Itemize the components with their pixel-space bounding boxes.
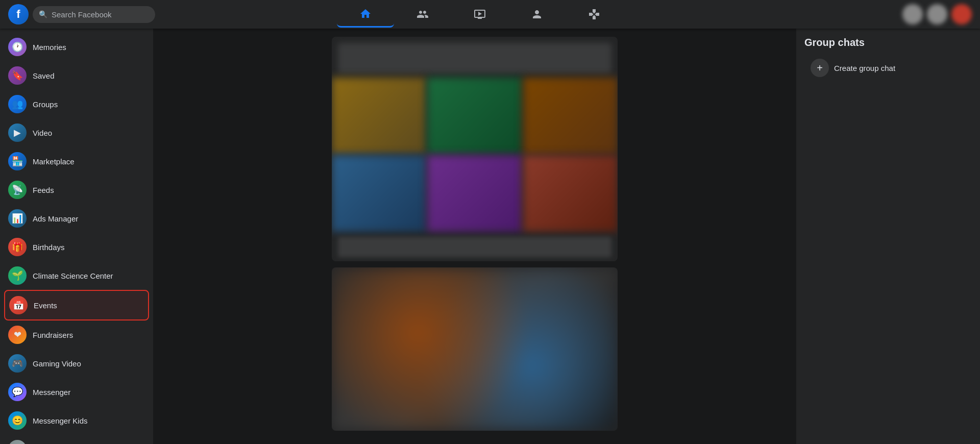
sidebar-item-video[interactable]: ▶Video: [4, 118, 149, 147]
groups-icon: 👥: [8, 95, 27, 113]
avatar-2[interactable]: [927, 4, 947, 24]
topnav-right: [788, 4, 972, 24]
sidebar-item-label-birthdays: Birthdays: [33, 243, 65, 252]
plus-icon: +: [811, 59, 829, 77]
nav-profile[interactable]: [508, 1, 566, 28]
sidebar-item-messenger[interactable]: 💬Messenger: [4, 378, 149, 406]
video-icon: ▶: [8, 124, 27, 142]
orders-icon: ✏: [8, 440, 27, 444]
post-header-blurred: [338, 43, 611, 73]
sidebar-item-label-messengerkids: Messenger Kids: [33, 416, 88, 425]
sidebar-item-ads[interactable]: 📊Ads Manager: [4, 204, 149, 233]
post-grid: [332, 78, 618, 233]
sidebar-item-label-saved: Saved: [33, 71, 55, 80]
nav-watch[interactable]: [451, 1, 508, 28]
climate-icon: 🌱: [8, 266, 27, 285]
sidebar-item-label-gaming-video: Gaming Video: [33, 359, 81, 368]
sidebar-item-label-groups: Groups: [33, 100, 58, 109]
sidebar-item-climate[interactable]: 🌱Climate Science Center: [4, 261, 149, 290]
search-icon: 🔍: [39, 10, 47, 18]
sidebar-item-memories[interactable]: 🕐Memories: [4, 33, 149, 61]
post-image-blurred: [332, 267, 618, 431]
sidebar-item-saved[interactable]: 🔖Saved: [4, 61, 149, 90]
grid-item-4: [332, 155, 426, 232]
sidebar-item-fundraisers[interactable]: ❤Fundraisers: [4, 320, 149, 349]
grid-item-1: [332, 78, 426, 154]
avatar-3[interactable]: [951, 4, 972, 24]
sidebar-item-label-fundraisers: Fundraisers: [33, 331, 73, 339]
sidebar-item-label-messenger: Messenger: [33, 388, 70, 397]
topnav: f 🔍 Search Facebook: [0, 0, 980, 29]
sidebar-item-label-video: Video: [33, 129, 52, 137]
feeds-icon: 📡: [8, 181, 27, 199]
sidebar-item-label-feeds: Feeds: [33, 186, 54, 194]
events-icon: 📅: [9, 296, 28, 314]
sidebar-item-birthdays[interactable]: 🎁Birthdays: [4, 233, 149, 261]
messengerkids-icon: 😊: [8, 411, 27, 430]
sidebar-item-label-ads: Ads Manager: [33, 214, 78, 223]
marketplace-icon: 🏪: [8, 152, 27, 170]
feed-post-2: [332, 267, 618, 431]
saved-icon: 🔖: [8, 66, 27, 85]
memories-icon: 🕐: [8, 38, 27, 56]
grid-item-2: [427, 78, 522, 154]
avatar-1[interactable]: [902, 4, 923, 24]
sidebar-item-label-climate: Climate Science Center: [33, 272, 113, 280]
post-placeholder: [338, 237, 611, 257]
nav-gaming[interactable]: [566, 1, 623, 28]
sidebar-item-label-memories: Memories: [33, 43, 66, 52]
main-layout: 🕐Memories🔖Saved👥Groups▶Video🏪Marketplace…: [0, 29, 980, 444]
fundraisers-icon: ❤: [8, 326, 27, 344]
grid-item-3: [523, 78, 618, 154]
sidebar-item-gaming-video[interactable]: 🎮Gaming Video: [4, 349, 149, 378]
content-area: [153, 29, 796, 444]
sidebar-item-events[interactable]: 📅Events: [4, 290, 149, 320]
messenger-icon: 💬: [8, 383, 27, 401]
sidebar-item-feeds[interactable]: 📡Feeds: [4, 176, 149, 204]
create-group-button[interactable]: + Create group chat: [804, 55, 972, 81]
nav-friends[interactable]: [394, 1, 451, 28]
facebook-logo[interactable]: f: [8, 4, 29, 24]
sidebar: 🕐Memories🔖Saved👥Groups▶Video🏪Marketplace…: [0, 29, 153, 444]
create-group-label: Create group chat: [834, 64, 895, 72]
search-bar[interactable]: 🔍 Search Facebook: [33, 6, 155, 23]
grid-item-5: [427, 155, 522, 232]
feed-post-1: [332, 37, 618, 261]
sidebar-item-orders[interactable]: ✏Orders and payments: [4, 435, 149, 444]
ads-icon: 📊: [8, 209, 27, 228]
sidebar-item-messengerkids[interactable]: 😊Messenger Kids: [4, 406, 149, 435]
sidebar-item-marketplace[interactable]: 🏪Marketplace: [4, 147, 149, 176]
gaming-video-icon: 🎮: [8, 354, 27, 373]
grid-item-6: [523, 155, 618, 232]
search-placeholder-text: Search Facebook: [52, 10, 112, 19]
sidebar-item-label-events: Events: [34, 301, 57, 310]
nav-home[interactable]: [337, 1, 394, 28]
sidebar-item-label-marketplace: Marketplace: [33, 157, 75, 166]
topnav-left: f 🔍 Search Facebook: [8, 4, 172, 24]
right-panel: Group chats + Create group chat: [796, 29, 980, 444]
post-image-inner: [332, 267, 618, 431]
group-chats-title: Group chats: [804, 37, 972, 48]
birthdays-icon: 🎁: [8, 238, 27, 256]
sidebar-item-groups[interactable]: 👥Groups: [4, 90, 149, 118]
topnav-center: [172, 1, 788, 28]
